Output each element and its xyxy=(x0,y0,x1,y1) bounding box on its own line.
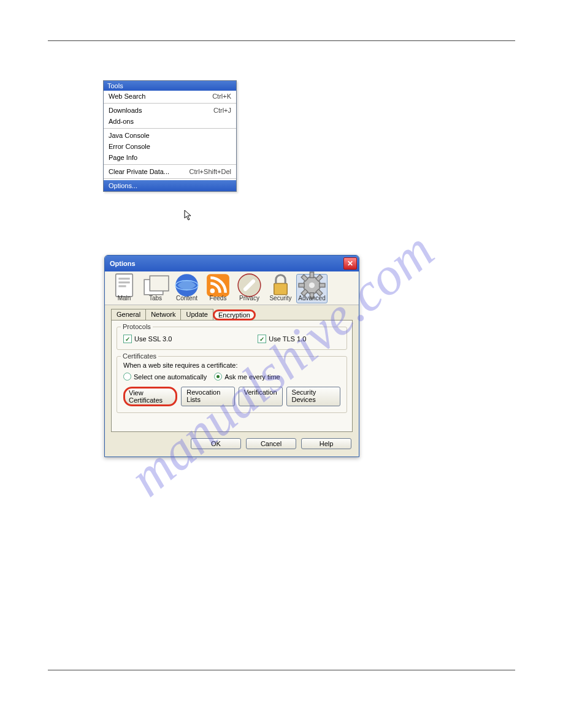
protocols-legend: Protocols xyxy=(121,323,153,330)
tabs-icon xyxy=(140,276,170,294)
cancel-button[interactable]: Cancel xyxy=(246,438,296,449)
options-dialog: Options ✕ MainTabsContentFeedsPrivacySec… xyxy=(104,255,359,457)
close-button[interactable]: ✕ xyxy=(343,257,357,270)
tls-checkbox[interactable]: ✓Use TLS 1.0 xyxy=(258,335,306,343)
cert-prompt: When a web site requires a certificate: xyxy=(123,362,340,369)
menu-item[interactable]: Clear Private Data...Ctrl+Shift+Del xyxy=(104,166,236,177)
gear-icon xyxy=(297,276,327,294)
menu-item[interactable]: Add-ons xyxy=(104,116,236,127)
category-content[interactable]: Content xyxy=(171,274,202,303)
advanced-tabs: GeneralNetworkUpdateEncryption xyxy=(111,309,359,320)
dialog-title: Options xyxy=(110,260,343,267)
protocols-fieldset: Protocols ✓Use SSL 3.0 ✓Use TLS 1.0 xyxy=(117,327,347,350)
tab-encryption[interactable]: Encryption xyxy=(213,309,256,320)
certificates-legend: Certificates xyxy=(121,352,158,360)
select-auto-radio[interactable]: Select one automatically xyxy=(123,373,207,381)
encryption-panel: Protocols ✓Use SSL 3.0 ✓Use TLS 1.0 Cert… xyxy=(111,320,353,432)
svg-rect-22 xyxy=(301,275,308,281)
svg-rect-17 xyxy=(320,283,325,287)
tab-update[interactable]: Update xyxy=(180,309,213,320)
certificates-fieldset: Certificates When a web site requires a … xyxy=(117,356,347,413)
page-icon xyxy=(109,276,139,294)
security-devices-button[interactable]: Security Devices xyxy=(286,387,340,406)
svg-rect-3 xyxy=(118,285,126,287)
svg-rect-15 xyxy=(310,272,313,278)
category-advanced[interactable]: Advanced xyxy=(296,274,327,303)
mouse-cursor-icon xyxy=(184,210,194,223)
dialog-actions: OK Cancel Help xyxy=(105,438,359,457)
category-tabs[interactable]: Tabs xyxy=(140,274,171,303)
tab-network[interactable]: Network xyxy=(145,309,181,320)
tools-menu-title[interactable]: Tools xyxy=(104,81,236,91)
svg-point-14 xyxy=(309,282,315,287)
lock-icon xyxy=(266,276,296,294)
revocation-lists-button[interactable]: Revocation Lists xyxy=(181,387,234,406)
svg-rect-21 xyxy=(299,283,304,287)
category-privacy[interactable]: Privacy xyxy=(234,274,265,303)
svg-rect-2 xyxy=(118,281,129,283)
ssl-checkbox[interactable]: ✓Use SSL 3.0 xyxy=(123,335,172,343)
svg-point-9 xyxy=(210,288,215,293)
menu-item[interactable]: Java Console xyxy=(104,130,236,141)
svg-rect-1 xyxy=(118,278,129,279)
svg-rect-5 xyxy=(150,276,169,291)
help-button[interactable]: Help xyxy=(301,438,351,449)
verification-button[interactable]: Verification xyxy=(239,387,283,406)
ask-every-time-radio[interactable]: Ask me every time xyxy=(214,373,280,381)
menu-item[interactable]: Web SearchCtrl+K xyxy=(104,91,236,102)
tools-menu: Tools Web SearchCtrl+KDownloadsCtrl+JAdd… xyxy=(103,80,237,192)
view-certificates-button[interactable]: View Certificates xyxy=(123,387,177,406)
category-toolbar: MainTabsContentFeedsPrivacySecurityAdvan… xyxy=(105,271,359,305)
menu-item[interactable]: Options... xyxy=(104,180,236,191)
svg-rect-12 xyxy=(274,283,287,294)
menu-item[interactable]: Page Info xyxy=(104,152,236,163)
category-security[interactable]: Security xyxy=(265,274,296,303)
tab-general[interactable]: General xyxy=(111,309,146,320)
category-main[interactable]: Main xyxy=(109,274,140,303)
titlebar[interactable]: Options ✕ xyxy=(105,256,359,271)
menu-item[interactable]: DownloadsCtrl+J xyxy=(104,105,236,116)
feed-icon xyxy=(203,276,233,294)
svg-rect-16 xyxy=(316,275,323,281)
menu-item[interactable]: Error Console xyxy=(104,141,236,152)
priv-icon xyxy=(234,276,264,294)
globe-icon xyxy=(172,276,202,294)
category-feeds[interactable]: Feeds xyxy=(202,274,234,303)
ok-button[interactable]: OK xyxy=(191,438,241,449)
